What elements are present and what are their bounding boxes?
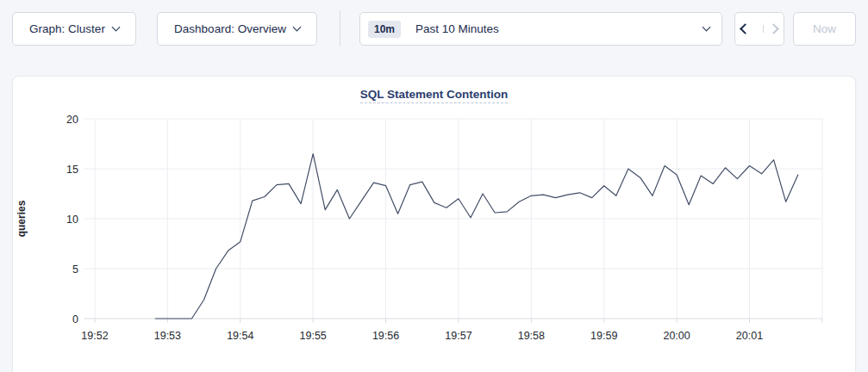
x-tick-label: 19:54 (227, 330, 253, 342)
x-tick-label: 20:01 (736, 330, 763, 342)
x-tick-label: 19:58 (518, 330, 545, 342)
time-range-label: Past 10 Minutes (415, 22, 499, 35)
toolbar-divider (340, 10, 340, 46)
x-tick-label: 19:55 (300, 330, 327, 342)
graph-dropdown[interactable]: Graph: Cluster (12, 12, 136, 46)
chevron-down-icon (703, 23, 711, 32)
prev-time-button[interactable] (735, 25, 755, 33)
chevron-left-icon (740, 23, 751, 34)
time-nav-group (734, 12, 784, 46)
chevron-down-icon (292, 23, 301, 32)
x-tick-label: 19:59 (590, 330, 617, 342)
y-tick-label: 0 (72, 313, 78, 326)
y-tick-label: 15 (66, 164, 78, 176)
chevron-down-icon (111, 23, 120, 32)
time-range-dropdown[interactable]: 10m Past 10 Minutes (359, 12, 722, 46)
contention-chart: 19:5219:5319:5419:5519:5619:5719:5819:59… (13, 77, 855, 372)
chevron-right-icon (768, 23, 779, 34)
screen: Graph: Cluster Dashboard: Overview 10m P… (0, 0, 868, 372)
x-tick-label: 20:00 (663, 330, 690, 342)
next-time-button (763, 25, 784, 33)
y-tick-label: 10 (66, 214, 78, 226)
y-tick-label: 20 (66, 114, 78, 126)
graph-dropdown-label: Graph: Cluster (29, 22, 105, 35)
dashboard-dropdown-label: Dashboard: Overview (174, 22, 286, 35)
now-button: Now (793, 12, 856, 46)
x-tick-label: 19:52 (81, 330, 108, 342)
x-tick-label: 19:56 (372, 330, 399, 342)
y-tick-label: 5 (72, 264, 78, 276)
chart-panel: SQL Statement Contention 19:5219:5319:54… (12, 76, 856, 372)
dashboard-dropdown[interactable]: Dashboard: Overview (157, 12, 317, 46)
series-line-queries (155, 154, 798, 319)
x-tick-label: 19:53 (154, 330, 181, 342)
y-axis-label: queries (16, 200, 28, 237)
time-range-badge: 10m (368, 21, 401, 38)
x-tick-label: 19:57 (445, 330, 471, 342)
